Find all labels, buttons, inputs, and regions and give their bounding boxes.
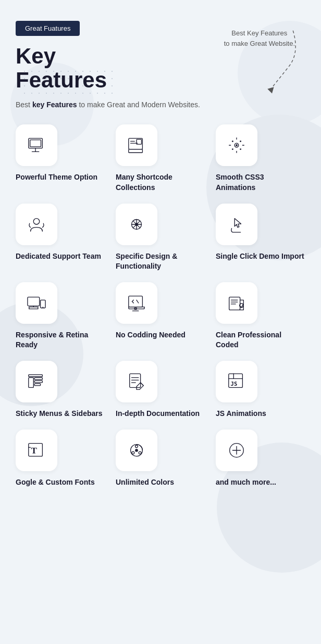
svg-point-18	[240, 149, 241, 150]
header-section: Great Fuatures KeyFeatures Best key Feat…	[16, 21, 305, 109]
feature-card-smooth-css3: Smooth CSS3 Animations	[216, 124, 305, 193]
no-coding-label: No Codding Needed	[116, 330, 186, 340]
feature-card-google-fonts: TGogle & Custom Fonts	[16, 430, 105, 488]
specific-design-icon	[127, 214, 146, 234]
svg-line-35	[137, 300, 139, 303]
feature-card-dedicated-support: Dedicated Support Team	[16, 204, 105, 272]
svg-rect-30	[129, 296, 143, 307]
sticky-menus-label: Sticky Menus & Sidebars	[16, 409, 103, 419]
svg-line-50	[141, 383, 144, 386]
google-fonts-label: Gogle & Custom Fonts	[16, 477, 95, 488]
many-shortcode-label: Many Shortcode Collections	[116, 172, 205, 193]
feature-card-unlimited-colors: Unlimited Colors	[116, 430, 205, 488]
single-click-icon-wrap	[216, 204, 257, 245]
page-title: KeyFeatures	[16, 44, 305, 92]
dedicated-support-label: Dedicated Support Team	[16, 251, 101, 262]
svg-rect-41	[29, 375, 43, 377]
feature-card-js-animations: JSJS Animations	[216, 361, 305, 419]
svg-rect-4	[30, 140, 41, 147]
svg-point-60	[139, 451, 141, 454]
specific-design-label: Specific Design & Functionality	[116, 251, 205, 272]
svg-rect-46	[130, 374, 141, 388]
indepth-doc-label: In-depth Documentation	[116, 409, 200, 419]
and-more-icon	[227, 440, 246, 460]
svg-point-61	[132, 451, 134, 454]
svg-point-19	[232, 149, 233, 150]
section-badge: Great Fuatures	[16, 21, 80, 36]
feature-card-and-more: and much more...	[216, 430, 305, 488]
feature-card-many-shortcode: Many Shortcode Collections	[116, 124, 205, 193]
responsive-retina-icon-wrap	[16, 282, 57, 324]
feature-card-specific-design: Specific Design & Functionality	[116, 204, 205, 272]
google-fonts-icon-wrap: T	[16, 430, 57, 471]
and-more-label: and much more...	[216, 477, 276, 488]
responsive-retina-icon	[27, 293, 46, 313]
responsive-retina-label: Responsive & Retina Ready	[16, 330, 105, 350]
features-grid: Powerful Theme OptionMany Shortcode Coll…	[16, 124, 305, 487]
clean-professional-icon-wrap	[216, 282, 257, 324]
svg-rect-5	[129, 138, 143, 149]
svg-point-29	[42, 307, 43, 308]
unlimited-colors-label: Unlimited Colors	[116, 477, 174, 488]
smooth-css3-label: Smooth CSS3 Animations	[216, 172, 305, 193]
indepth-doc-icon-wrap	[116, 361, 157, 402]
feature-card-sticky-menus: Sticky Menus & Sidebars	[16, 361, 105, 419]
svg-point-20	[33, 218, 39, 224]
sticky-menus-icon	[27, 372, 46, 392]
feature-card-no-coding: No Codding Needed	[116, 282, 205, 350]
js-animations-icon: JS	[227, 372, 246, 392]
dedicated-support-icon	[27, 214, 46, 234]
single-click-icon	[227, 214, 246, 234]
clean-professional-label: Clean Professional Coded	[216, 330, 305, 350]
smooth-css3-icon	[227, 135, 246, 155]
page-wrapper: Best Key Features to make Great Website.…	[0, 0, 321, 508]
feature-card-single-click: Single Click Demo Import	[216, 204, 305, 272]
subtitle: Best key Features to make Great and Mode…	[16, 100, 305, 109]
feature-card-powerful-theme: Powerful Theme Option	[16, 124, 105, 193]
svg-text:JS: JS	[231, 381, 238, 387]
svg-rect-44	[34, 381, 42, 383]
smooth-css3-icon-wrap	[216, 124, 257, 166]
many-shortcode-icon	[127, 135, 146, 155]
many-shortcode-icon-wrap	[116, 124, 157, 166]
svg-rect-25	[28, 297, 40, 306]
svg-point-17	[240, 141, 241, 142]
svg-rect-45	[34, 384, 40, 386]
clean-professional-icon	[227, 293, 246, 313]
dedicated-support-icon-wrap	[16, 204, 57, 245]
svg-rect-36	[229, 297, 240, 310]
svg-line-34	[132, 301, 133, 303]
feature-card-responsive-retina: Responsive & Retina Ready	[16, 282, 105, 350]
svg-rect-43	[34, 377, 42, 380]
js-animations-label: JS Animations	[216, 409, 266, 419]
svg-point-16	[232, 141, 233, 142]
js-animations-icon-wrap: JS	[216, 361, 257, 402]
svg-point-62	[135, 449, 138, 452]
no-coding-icon	[127, 293, 146, 313]
svg-rect-6	[129, 149, 143, 153]
indepth-doc-icon	[127, 372, 146, 392]
unlimited-colors-icon	[127, 440, 146, 460]
sticky-menus-icon-wrap	[16, 361, 57, 402]
powerful-theme-icon	[27, 135, 46, 155]
powerful-theme-label: Powerful Theme Option	[16, 172, 97, 183]
svg-rect-42	[29, 377, 34, 387]
and-more-icon-wrap	[216, 430, 257, 471]
svg-point-24	[135, 223, 138, 226]
svg-point-59	[135, 445, 138, 448]
specific-design-icon-wrap	[116, 204, 157, 245]
google-fonts-icon: T	[27, 440, 46, 460]
svg-text:T: T	[31, 445, 38, 455]
feature-card-clean-professional: Clean Professional Coded	[216, 282, 305, 350]
feature-card-indepth-doc: In-depth Documentation	[116, 361, 205, 419]
powerful-theme-icon-wrap	[16, 124, 57, 166]
unlimited-colors-icon-wrap	[116, 430, 157, 471]
no-coding-icon-wrap	[116, 282, 157, 324]
svg-point-11	[236, 144, 238, 146]
single-click-label: Single Click Demo Import	[216, 251, 304, 262]
